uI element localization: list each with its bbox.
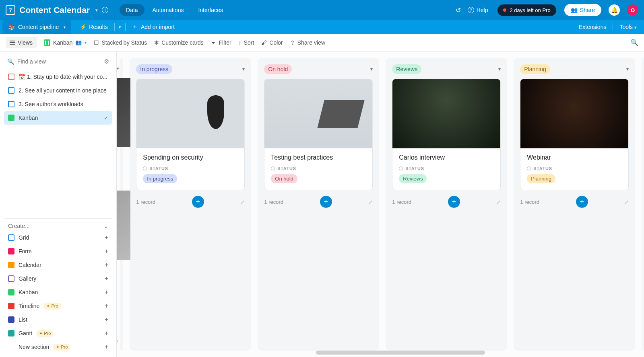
plus-icon[interactable]: +: [105, 234, 108, 241]
add-card-button[interactable]: +: [320, 196, 332, 208]
sidebar-view-item[interactable]: 📅 1. Stay up to date with your co...: [4, 70, 112, 84]
plus-icon[interactable]: +: [105, 248, 108, 255]
status-pill[interactable]: In progress: [136, 64, 172, 74]
results-label: Results: [89, 24, 108, 30]
pro-badge: ✦ Pro: [36, 330, 54, 337]
sidebar-view-item[interactable]: Kanban✓: [4, 111, 112, 125]
top-bar: 7 Content Calendar ▾ i Data Automations …: [0, 0, 644, 20]
plus-icon[interactable]: +: [105, 330, 108, 337]
status-pill[interactable]: Reviews: [392, 64, 421, 74]
horizontal-scrollbar[interactable]: [316, 351, 485, 355]
nav-automations[interactable]: Automations: [146, 4, 190, 16]
chevron-down-icon[interactable]: ▾: [242, 66, 245, 72]
create-timeline-item[interactable]: Timeline✦ Pro+: [4, 299, 112, 313]
gear-icon: ✻: [154, 39, 159, 46]
chevron-down-icon[interactable]: ▾: [64, 25, 66, 29]
card-title: Testing best practices: [271, 154, 366, 161]
collapse-icon[interactable]: ⤢: [496, 199, 501, 205]
search-icon[interactable]: 🔍: [630, 39, 638, 46]
kb-icon: [8, 115, 14, 121]
history-icon[interactable]: ↺: [455, 6, 462, 14]
collapse-icon[interactable]: ⤢: [240, 199, 245, 205]
create-header[interactable]: Create... ⌄: [4, 218, 112, 231]
current-view-button[interactable]: Kanban 👥 ▾: [44, 39, 87, 46]
create-list-item[interactable]: List+: [4, 313, 112, 326]
form-icon: [8, 248, 14, 254]
kanban-card[interactable]: Spending on securitySTATUSIn progress: [136, 79, 245, 190]
avatar[interactable]: O: [627, 4, 638, 16]
tools-button[interactable]: Tools ▾: [619, 24, 637, 30]
create-calendar-item[interactable]: Calendar+: [4, 258, 112, 272]
card-body: WebinarSTATUSPlanning: [520, 148, 628, 190]
view-item-label: 📅 1. Stay up to date with your co...: [19, 74, 107, 80]
kanban-card[interactable]: WebinarSTATUSPlanning: [520, 79, 629, 190]
status-pill[interactable]: Planning: [520, 64, 550, 74]
card-image: [117, 191, 130, 260]
chevron-down-icon[interactable]: ▾: [626, 66, 629, 72]
kanban-card[interactable]: Carlos interviewSTATUSReviews: [392, 79, 501, 190]
extensions-button[interactable]: Extensions: [579, 24, 606, 30]
create-grid-item[interactable]: Grid+: [4, 231, 112, 244]
sidebar-view-item[interactable]: 2. See all your content in one place: [4, 84, 112, 97]
share-button[interactable]: 👥 Share: [564, 4, 601, 16]
find-view-input[interactable]: [17, 58, 101, 65]
filter-label: Filter: [219, 39, 231, 46]
create-form-item[interactable]: Form+: [4, 244, 112, 258]
collapse-icon[interactable]: ⤢: [117, 339, 119, 345]
plus-icon: ＋: [132, 23, 138, 31]
stacked-by-button[interactable]: ☐ Stacked by Status: [94, 39, 147, 46]
add-or-import-button[interactable]: ＋ Add or import: [127, 23, 180, 31]
chevron-down-icon[interactable]: ▾: [117, 66, 119, 71]
record-count: 1 record: [520, 199, 539, 205]
record-count: 1 record: [264, 199, 283, 205]
nav-data[interactable]: Data: [120, 4, 144, 16]
plus-icon[interactable]: +: [105, 302, 108, 310]
create-kanban-item[interactable]: Kanban+: [4, 285, 112, 299]
trial-pill[interactable]: 2 days left on Pro: [497, 4, 556, 16]
chevron-down-icon: ⌄: [103, 223, 108, 229]
create-gantt-item[interactable]: Gantt✦ Pro+: [4, 326, 112, 340]
help-button[interactable]: ? Help: [468, 7, 488, 13]
menu-icon: [10, 41, 15, 45]
view-item-label: Kanban: [19, 115, 38, 121]
gear-icon[interactable]: ⚙: [104, 58, 109, 65]
status-pill[interactable]: On hold: [264, 64, 292, 74]
color-label: Color: [269, 39, 283, 46]
info-icon[interactable]: i: [102, 7, 108, 13]
chevron-down-icon[interactable]: ▾: [370, 66, 373, 72]
dot-icon: [503, 8, 506, 12]
table-tab-content-pipeline[interactable]: 📚 Content pipeline ▾: [2, 20, 71, 34]
new-section-item[interactable]: New section✦ Pro+: [4, 340, 112, 354]
add-card-button[interactable]: +: [192, 196, 204, 208]
chevron-down-icon[interactable]: ▾: [85, 41, 87, 45]
plus-icon[interactable]: +: [105, 289, 108, 296]
chevron-down-icon[interactable]: ▾: [116, 25, 124, 30]
share-view-button[interactable]: ⇪ Share view: [290, 39, 325, 46]
views-button[interactable]: Views: [6, 37, 37, 48]
sidebar-view-item[interactable]: 3. See author's workloads: [4, 97, 112, 111]
chevron-down-icon[interactable]: ▾: [95, 8, 98, 13]
nav-interfaces[interactable]: Interfaces: [192, 4, 229, 16]
grid-icon: [8, 101, 14, 107]
create-gallery-item[interactable]: Gallery+: [4, 272, 112, 285]
color-button[interactable]: 🖌 Color: [261, 39, 283, 46]
customize-cards-button[interactable]: ✻ Customize cards: [154, 39, 203, 46]
add-card-button[interactable]: +: [576, 196, 588, 208]
collapse-icon[interactable]: ⤢: [368, 199, 373, 205]
kanban-card[interactable]: Testing best practicesSTATUSOn hold: [264, 79, 373, 190]
notifications-button[interactable]: 🔔: [609, 4, 620, 16]
chevron-down-icon[interactable]: ▾: [498, 66, 501, 72]
plus-icon[interactable]: +: [105, 261, 108, 269]
gantt-icon: [8, 330, 14, 336]
collapse-icon[interactable]: ⤢: [624, 199, 629, 205]
plus-icon[interactable]: +: [105, 275, 108, 282]
share-label: Share: [580, 7, 595, 13]
search-icon: 🔍: [7, 58, 14, 65]
plus-icon[interactable]: +: [105, 316, 108, 323]
sort-button[interactable]: ↕ Sort: [239, 39, 254, 46]
filter-button[interactable]: ⏷ Filter: [211, 39, 231, 46]
add-card-button[interactable]: +: [448, 196, 460, 208]
results-button[interactable]: ⚡ Results: [75, 24, 113, 30]
plus-icon[interactable]: +: [105, 343, 108, 351]
app-title[interactable]: Content Calendar: [19, 5, 90, 15]
